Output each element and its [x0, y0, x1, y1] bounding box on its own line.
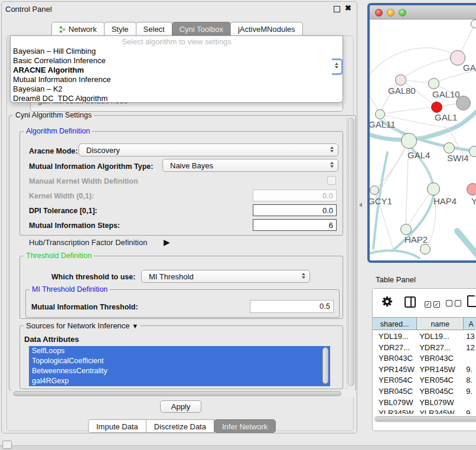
algorithm-option[interactable]: Basic Correlation Inference [11, 56, 343, 66]
apply-button[interactable]: Apply [160, 400, 201, 413]
unchecked-box-icon [455, 300, 461, 306]
table-header-row: shared... name A [373, 317, 476, 330]
minimize-traffic-light[interactable] [387, 9, 395, 17]
gear-icon[interactable] [382, 296, 393, 309]
table-row[interactable]: YBR043CYBR043C [373, 353, 476, 364]
cell: YER054C [417, 374, 464, 386]
algorithm-combobox-fragment[interactable] [332, 58, 343, 75]
attribute-item[interactable]: SelfLoops [29, 346, 330, 356]
gene-node-gal4[interactable] [401, 133, 417, 149]
attribute-item[interactable]: gal4RGexp [29, 376, 330, 386]
network-view-window: GAL GAL80 GAL10 GAL1 GAL11 SWI4 GAL4 GCY… [367, 3, 476, 263]
tab-impute-data[interactable]: Impute Data [88, 419, 146, 433]
column-header-name[interactable]: name [417, 318, 464, 330]
attributes-scrollbar[interactable] [322, 347, 328, 384]
node-label: GAL4 [407, 150, 430, 160]
gene-node[interactable] [420, 244, 431, 255]
close-traffic-light[interactable] [375, 9, 383, 17]
mi-steps-input[interactable]: 6 [253, 219, 337, 231]
node-label: SWI4 [447, 153, 469, 163]
panel-divider-handle[interactable] [359, 203, 362, 207]
gene-node-gal80[interactable] [395, 74, 406, 86]
tab-select[interactable]: Select [136, 22, 172, 36]
zoom-traffic-light[interactable] [399, 9, 406, 17]
cell: YBR045C [417, 386, 464, 397]
algorithm-option[interactable]: Dream8 DC_TDC Algorithm [11, 94, 343, 103]
table-body: YDL19...YDL19...13 YDR27...YDR27...12 YB… [373, 331, 476, 414]
stepper-icon [330, 146, 334, 152]
table-hscrollbar-thumb[interactable] [375, 416, 476, 422]
algorithm-option-selected[interactable]: ARACNE Algorithm [11, 66, 343, 75]
cell: YDR27... [417, 342, 464, 353]
network-canvas[interactable]: GAL GAL80 GAL10 GAL1 GAL11 SWI4 GAL4 GCY… [370, 19, 476, 260]
hub-collapsed-arrow-icon[interactable]: ▶ [164, 237, 170, 247]
data-attributes-list: SelfLoops TopologicalCoefficient Between… [29, 346, 330, 386]
attribute-item[interactable]: BetweennessCentrality [29, 366, 330, 376]
table-row[interactable]: YER054CYER054C8. [373, 374, 476, 386]
node-label: GAL [463, 63, 476, 73]
tab-infer-label: Infer Network [222, 422, 268, 431]
tab-style[interactable]: Style [104, 22, 136, 36]
cell: YBR043C [417, 353, 464, 364]
column-header-3[interactable]: A [464, 318, 476, 330]
table-row[interactable]: YDL19...YDL19...13 [373, 331, 476, 342]
tab-jactivemnodules[interactable]: jActiveMNodules [230, 22, 303, 36]
gene-node-gal1[interactable] [431, 102, 442, 113]
tab-infer-network[interactable]: Infer Network [214, 419, 276, 433]
table-row[interactable]: YBR045CYBR045C9. [373, 386, 476, 397]
sources-group-title[interactable]: Sources for Network Inference ▼ [24, 321, 141, 330]
gene-node[interactable] [471, 19, 476, 28]
kernel-width-input[interactable]: 0.0 [253, 190, 337, 201]
table-row[interactable]: YDR27...YDR27...12 [373, 342, 476, 353]
network-window-titlebar[interactable] [370, 5, 476, 19]
gene-node-swi4[interactable] [444, 142, 455, 154]
table-row[interactable]: YBL079WYBL079W [373, 397, 476, 408]
mi-type-label: Mutual Information Algorithm Type: [29, 162, 153, 171]
manual-kernel-checkbox[interactable] [327, 176, 336, 185]
gene-node-gal11[interactable] [375, 109, 385, 119]
cell: 12 [464, 342, 476, 353]
cell: 9. [464, 364, 476, 375]
deselect-all-checks-icon[interactable] [446, 298, 464, 309]
dock-panel-icon[interactable] [2, 441, 12, 449]
dpi-tolerance-input[interactable]: 0.0 [253, 204, 337, 216]
close-icon[interactable]: ✖ [345, 4, 351, 12]
algorithm-option[interactable]: Bayesian – K2 [11, 84, 343, 94]
file-icon[interactable] [467, 295, 476, 307]
attribute-item[interactable]: TopologicalCoefficient [29, 356, 330, 366]
settings-hscrollbar-thumb[interactable] [13, 391, 341, 396]
mi-type-combobox[interactable]: Naive Bayes [162, 159, 338, 172]
hub-definition-toggle[interactable]: Hub/Transcription Factor Definition [29, 238, 147, 247]
stepper-icon [330, 162, 334, 168]
table-row[interactable]: YPR145WYPR145W9. [373, 364, 476, 375]
mi-threshold-input[interactable]: 0.5 [250, 300, 334, 313]
cell: YPR145W [373, 364, 417, 375]
tab-cyni-toolbox[interactable]: Cyni Toolbox [172, 22, 231, 36]
tab-network[interactable]: Network [51, 22, 105, 36]
table-hscrollbar[interactable] [374, 416, 476, 423]
aracne-mode-combobox[interactable]: Discovery [79, 144, 338, 156]
gene-node-hap2[interactable] [400, 224, 412, 235]
mi-steps-label: Mutual Information Steps: [29, 221, 120, 230]
checked-box-icon: ✓ [433, 301, 440, 308]
gene-node[interactable] [467, 183, 476, 195]
gene-node-gcy1[interactable] [370, 185, 379, 195]
columns-icon[interactable] [405, 296, 416, 308]
algorithm-option[interactable]: Bayesian – Hill Climbing [11, 47, 343, 56]
node-label: GAL11 [370, 119, 396, 129]
gene-node-hap4[interactable] [427, 182, 440, 195]
algorithm-option[interactable]: Mutual Information Inference [11, 75, 343, 84]
which-threshold-combobox[interactable]: MI Threshold [141, 270, 310, 283]
column-header-shared-name[interactable]: shared... [373, 318, 417, 330]
bottom-tabbar: Impute Data Discretize Data Infer Networ… [88, 419, 275, 433]
float-window-icon[interactable] [334, 6, 340, 12]
table-row[interactable]: YLR345WYLR345W9. [373, 407, 476, 414]
tab-discretize-data[interactable]: Discretize Data [146, 419, 214, 433]
gene-node[interactable] [469, 146, 476, 157]
settings-scrollbar-thumb[interactable] [348, 118, 354, 386]
mi-type-value: Naive Bayes [170, 161, 213, 170]
select-all-checks-icon[interactable]: ✓✓ [425, 298, 442, 309]
gene-node-gal10[interactable] [428, 78, 439, 89]
settings-hscrollbar[interactable] [11, 390, 355, 397]
settings-scrollbar[interactable] [347, 116, 355, 389]
